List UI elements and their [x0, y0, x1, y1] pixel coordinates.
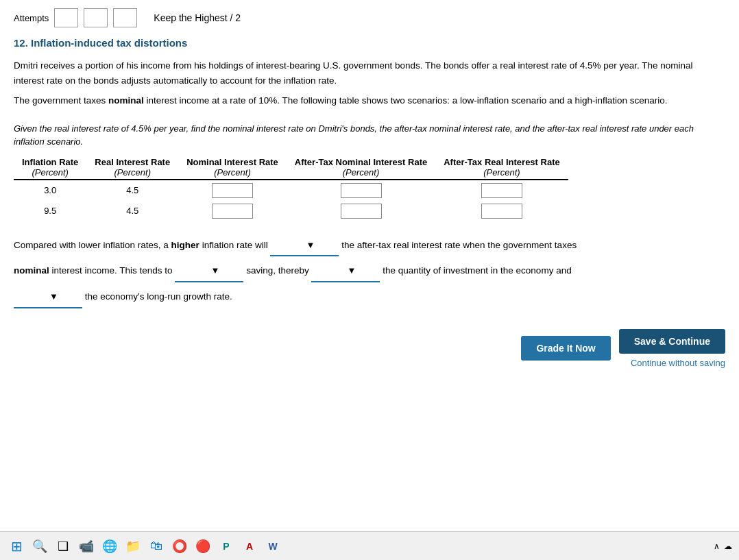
row2-inflation: 9.5 — [14, 201, 86, 221]
row1-nominal-input[interactable] — [212, 183, 253, 198]
col-after-tax-real: After-Tax Real Interest Rate (Percent) — [435, 156, 568, 180]
chevron-down-icon3: ▼ — [347, 261, 377, 281]
table-row: 9.5 4.5 — [14, 201, 568, 221]
dropdown2-value — [178, 261, 208, 281]
row2-after-tax-real-cell — [435, 201, 568, 221]
col-inflation: Inflation Rate (Percent) — [14, 156, 86, 180]
chevron-down-icon4: ▼ — [49, 287, 80, 307]
row1-nominal-cell — [178, 180, 287, 201]
dropdown4[interactable]: ▼ — [14, 287, 82, 308]
row2-after-tax-nominal-input[interactable] — [341, 204, 382, 219]
save-button[interactable]: Save & Continue — [619, 329, 725, 354]
keep-highest-label: Keep the Highest / 2 — [154, 12, 241, 23]
italic-instruction: Given the real interest rate of 4.5% per… — [14, 122, 725, 149]
row1-after-tax-nominal-input[interactable] — [341, 183, 382, 198]
row1-real: 4.5 — [86, 180, 178, 201]
paragraph1: Dmitri receives a portion of his income … — [14, 58, 725, 88]
attempts-row: Attempts Keep the Highest / 2 — [14, 8, 725, 27]
attempts-label: Attempts — [14, 13, 49, 23]
sentence-line2-text1: interest income. This tends to — [49, 265, 173, 276]
question-body: Dmitri receives a portion of his income … — [14, 58, 725, 108]
attempt-box-2 — [84, 8, 108, 27]
dropdown3-value — [314, 261, 344, 281]
page-content: Attempts Keep the Highest / 2 12. Inflat… — [0, 0, 739, 376]
row1-after-tax-nominal-cell — [287, 180, 435, 201]
row2-real: 4.5 — [86, 201, 178, 221]
chevron-down-icon: ▼ — [306, 236, 336, 256]
sentence-middle2: the after-tax real interest rate when th… — [341, 240, 577, 250]
button-row: Grade It Now Save & Continue Continue wi… — [14, 329, 725, 368]
dropdown3[interactable]: ▼ — [311, 261, 380, 282]
attempt-box-3 — [113, 8, 137, 27]
sentence-line2-text3: the quantity of investment in the econom… — [383, 265, 571, 276]
dropdown4-value — [16, 287, 47, 307]
dropdown1[interactable]: ▼ — [270, 236, 339, 257]
sentence-line2-bold: nominal — [14, 265, 49, 276]
paragraph2: The government taxes nominal interest in… — [14, 93, 725, 108]
col-nominal: Nominal Interest Rate (Percent) — [178, 156, 287, 180]
row1-inflation: 3.0 — [14, 180, 86, 201]
table-header-row: Inflation Rate (Percent) Real Interest R… — [14, 156, 568, 180]
sentence-bold: higher — [171, 240, 199, 250]
row1-after-tax-real-cell — [435, 180, 568, 201]
sentence-line3-text: the economy's long-run growth rate. — [85, 291, 232, 302]
grade-button[interactable]: Grade It Now — [521, 336, 610, 361]
row2-after-tax-nominal-cell — [287, 201, 435, 221]
sentence-middle1: inflation rate will — [199, 240, 268, 250]
sentence-line3: ▼ the economy's long-run growth rate. — [14, 287, 725, 308]
dropdown1-value — [273, 236, 303, 256]
data-table: Inflation Rate (Percent) Real Interest R… — [14, 156, 568, 221]
sentence-block: Compared with lower inflation rates, a h… — [14, 235, 725, 257]
row2-nominal-input[interactable] — [212, 204, 253, 219]
sentence-line2: nominal interest income. This tends to ▼… — [14, 260, 725, 282]
row2-nominal-cell — [178, 201, 287, 221]
question-title: 12. Inflation-induced tax distortions — [14, 37, 725, 49]
sentence-line2-text2: saving, thereby — [246, 265, 309, 276]
continue-without-saving-link[interactable]: Continue without saving — [631, 358, 725, 368]
col-after-tax-nominal: After-Tax Nominal Interest Rate (Percent… — [287, 156, 435, 180]
chevron-down-icon2: ▼ — [210, 261, 241, 281]
attempt-box-1 — [54, 8, 78, 27]
row2-after-tax-real-input[interactable] — [481, 204, 522, 219]
dropdown2[interactable]: ▼ — [175, 261, 243, 282]
col-real: Real Interest Rate (Percent) — [86, 156, 178, 180]
sentence-prefix: Compared with lower inflation rates, a — [14, 240, 171, 250]
row1-after-tax-real-input[interactable] — [481, 183, 522, 198]
table-row: 3.0 4.5 — [14, 180, 568, 201]
right-col: Save & Continue Continue without saving — [619, 329, 725, 368]
